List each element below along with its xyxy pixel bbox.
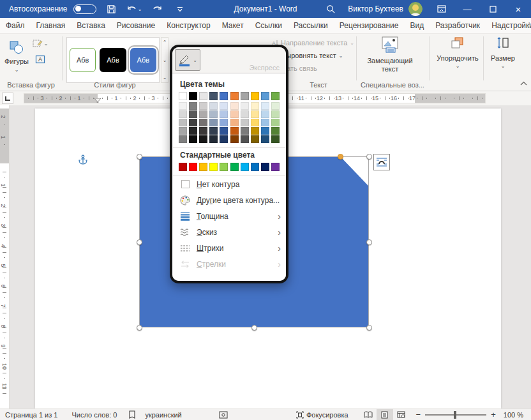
resize-handle-middle-left[interactable] bbox=[137, 239, 142, 245]
collapse-ribbon-icon[interactable] bbox=[520, 77, 527, 88]
zoom-out-button[interactable]: − bbox=[416, 410, 421, 419]
tab-11[interactable]: Разработчик bbox=[430, 18, 486, 33]
page-indicator[interactable]: Страница 1 из 1 bbox=[5, 411, 57, 419]
search-icon[interactable] bbox=[322, 3, 339, 15]
shape-style-3-selected[interactable]: Абв bbox=[130, 48, 156, 72]
theme-variant-swatch[interactable] bbox=[189, 135, 197, 143]
theme-variant-swatch[interactable] bbox=[189, 102, 197, 110]
tab-7[interactable]: Ссылки bbox=[250, 18, 288, 33]
tab-2[interactable]: Главная bbox=[31, 18, 71, 33]
shape-outline-button[interactable]: ⌄ bbox=[175, 49, 200, 71]
theme-variant-swatch[interactable] bbox=[220, 127, 228, 135]
theme-variant-swatch[interactable] bbox=[241, 135, 249, 143]
theme-variant-swatch[interactable] bbox=[220, 119, 228, 126]
zoom-level[interactable]: 100 % bbox=[504, 411, 523, 419]
theme-variant-swatch[interactable] bbox=[199, 110, 207, 118]
resize-handle-bottom-middle[interactable] bbox=[251, 325, 257, 331]
menu-item-3[interactable]: Толщина› bbox=[172, 208, 286, 224]
language-indicator[interactable]: украинский bbox=[145, 411, 181, 419]
theme-color-swatch-2[interactable] bbox=[189, 92, 197, 100]
zoom-slider-thumb[interactable] bbox=[454, 411, 456, 419]
undo-dropdown-icon[interactable]: ⌄ bbox=[138, 6, 142, 12]
theme-variant-swatch[interactable] bbox=[189, 110, 197, 118]
standard-color-swatch-6[interactable] bbox=[230, 163, 239, 171]
tab-12[interactable]: Надстройки bbox=[486, 18, 531, 33]
theme-variant-swatch[interactable] bbox=[241, 102, 249, 110]
theme-variant-swatch[interactable] bbox=[179, 119, 187, 126]
insert-shapes-button[interactable]: Фигуры ⌄ bbox=[5, 36, 28, 85]
theme-variant-swatch[interactable] bbox=[261, 135, 269, 143]
resize-handle-bottom-right[interactable] bbox=[366, 325, 372, 331]
standard-color-swatch-5[interactable] bbox=[220, 163, 228, 171]
theme-variant-swatch[interactable] bbox=[241, 110, 249, 118]
theme-variant-swatch[interactable] bbox=[209, 119, 218, 126]
standard-color-swatch-3[interactable] bbox=[199, 163, 207, 171]
tab-9[interactable]: Рецензирование bbox=[334, 18, 405, 33]
autosave-toggle[interactable] bbox=[73, 4, 96, 14]
theme-color-swatch-4[interactable] bbox=[209, 92, 218, 100]
theme-variant-swatch[interactable] bbox=[230, 102, 239, 110]
vertical-ruler[interactable]: 211234567891011 bbox=[0, 105, 9, 409]
theme-variant-swatch[interactable] bbox=[209, 110, 218, 118]
hanging-indent-marker[interactable] bbox=[94, 98, 101, 103]
maximize-button[interactable] bbox=[480, 0, 505, 18]
theme-color-swatch-3[interactable] bbox=[199, 92, 207, 100]
theme-color-swatch-5[interactable] bbox=[220, 92, 228, 100]
theme-variant-swatch[interactable] bbox=[261, 110, 269, 118]
theme-variant-swatch[interactable] bbox=[209, 102, 218, 110]
theme-color-swatch-10[interactable] bbox=[271, 92, 280, 100]
right-indent-marker[interactable] bbox=[409, 98, 415, 103]
tab-overflow-arrow[interactable]: › bbox=[528, 20, 530, 27]
account-button[interactable]: Виктор Бухтеев bbox=[348, 2, 423, 16]
gallery-up-icon[interactable]: ⌃ bbox=[163, 40, 167, 45]
theme-variant-swatch[interactable] bbox=[220, 110, 228, 118]
theme-variant-swatch[interactable] bbox=[179, 110, 187, 118]
menu-item-1[interactable]: Нет контура bbox=[172, 176, 286, 192]
tab-6[interactable]: Макет bbox=[216, 18, 250, 33]
text-box-button[interactable]: A bbox=[31, 54, 50, 65]
close-button[interactable]: × bbox=[505, 0, 531, 18]
theme-variant-swatch[interactable] bbox=[230, 119, 239, 126]
gallery-more-icon[interactable]: ⌄ bbox=[163, 75, 167, 80]
size-button[interactable]: Размер ⌄ bbox=[485, 36, 521, 69]
theme-variant-swatch[interactable] bbox=[189, 127, 197, 135]
theme-color-swatch-7[interactable] bbox=[241, 92, 249, 100]
print-layout-button[interactable] bbox=[377, 409, 393, 420]
theme-color-swatch-1[interactable] bbox=[179, 92, 187, 100]
adjustment-handle[interactable] bbox=[338, 154, 343, 160]
gallery-down-icon[interactable]: ⌄ bbox=[163, 57, 167, 63]
menu-item-2[interactable]: Другие цвета контура... bbox=[172, 192, 286, 208]
alt-text-button[interactable]: Замещающийтекст bbox=[361, 36, 419, 73]
layout-options-button[interactable] bbox=[373, 154, 390, 170]
theme-variant-swatch[interactable] bbox=[220, 102, 228, 110]
theme-variant-swatch[interactable] bbox=[199, 135, 207, 143]
theme-variant-swatch[interactable] bbox=[241, 119, 249, 126]
theme-variant-swatch[interactable] bbox=[251, 127, 259, 135]
zoom-slider[interactable] bbox=[425, 414, 486, 416]
theme-variant-swatch[interactable] bbox=[271, 102, 280, 110]
web-layout-button[interactable] bbox=[393, 409, 410, 420]
theme-color-swatch-8[interactable] bbox=[251, 92, 259, 100]
zoom-in-button[interactable]: + bbox=[491, 410, 496, 419]
theme-variant-swatch[interactable] bbox=[261, 127, 269, 135]
tab-5[interactable]: Конструктор bbox=[161, 18, 216, 33]
theme-variant-swatch[interactable] bbox=[199, 127, 207, 135]
resize-handle-top-right[interactable] bbox=[366, 154, 372, 160]
tab-3[interactable]: Вставка bbox=[71, 18, 111, 33]
save-icon[interactable] bbox=[103, 3, 119, 15]
theme-variant-swatch[interactable] bbox=[271, 119, 280, 126]
theme-variant-swatch[interactable] bbox=[199, 119, 207, 126]
standard-color-swatch-4[interactable] bbox=[209, 163, 218, 171]
theme-variant-swatch[interactable] bbox=[261, 102, 269, 110]
theme-color-swatch-6[interactable] bbox=[230, 92, 239, 100]
edit-shape-button[interactable]: ⌄ bbox=[31, 38, 50, 49]
theme-variant-swatch[interactable] bbox=[230, 110, 239, 118]
focus-mode-button[interactable]: Фокусировка bbox=[296, 411, 348, 419]
theme-variant-swatch[interactable] bbox=[230, 135, 239, 143]
theme-variant-swatch[interactable] bbox=[209, 135, 218, 143]
theme-variant-swatch[interactable] bbox=[179, 127, 187, 135]
standard-color-swatch-1[interactable] bbox=[179, 163, 187, 171]
theme-variant-swatch[interactable] bbox=[271, 110, 280, 118]
minimize-button[interactable]: — bbox=[454, 0, 480, 18]
tab-1[interactable]: Файл bbox=[0, 18, 31, 33]
